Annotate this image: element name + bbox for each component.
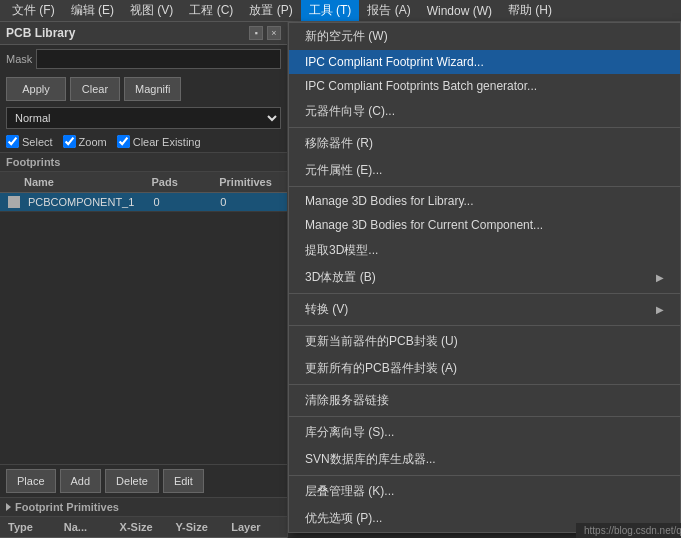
apply-button[interactable]: Apply <box>6 77 66 101</box>
primitives-table-header: Type Na... X-Size Y-Size Layer <box>0 517 287 538</box>
status-text: https://blog.csdn.net/qq_24312945 <box>584 525 681 536</box>
pth-layer: Layer <box>227 519 283 535</box>
table-row[interactable]: PCBCOMPONENT_1 0 0 <box>0 193 287 212</box>
zoom-label: Zoom <box>79 136 107 148</box>
select-label: Select <box>22 136 53 148</box>
place-button[interactable]: Place <box>6 469 56 493</box>
menu-item-label-0: 新的空元件 (W) <box>305 28 388 45</box>
menu-divider-22 <box>289 475 680 476</box>
menu-item-6[interactable]: 元件属性 (E)... <box>289 157 680 184</box>
pth-ysize: Y-Size <box>171 519 227 535</box>
row-name: PCBCOMPONENT_1 <box>24 195 150 209</box>
delete-button[interactable]: Delete <box>105 469 159 493</box>
main-layout: PCB Library ▪ × Mask Apply Clear Magnifi… <box>0 22 681 538</box>
menu-item-label-8: Manage 3D Bodies for Library... <box>305 194 474 208</box>
menu-item-label-24: 优先选项 (P)... <box>305 510 382 527</box>
clear-button[interactable]: Clear <box>70 77 120 101</box>
magnify-button[interactable]: Magnifi <box>124 77 181 101</box>
th-primitives: Primitives <box>215 174 283 190</box>
add-button[interactable]: Add <box>60 469 102 493</box>
footprints-table-body: PCBCOMPONENT_1 0 0 <box>0 193 287 464</box>
menu-item-label-18: 清除服务器链接 <box>305 392 389 409</box>
panel-icons: ▪ × <box>249 26 281 40</box>
menu-divider-19 <box>289 416 680 417</box>
menu-item-label-16: 更新所有的PCB器件封装 (A) <box>305 360 457 377</box>
menu-item-21[interactable]: SVN数据库的库生成器... <box>289 446 680 473</box>
edit-button[interactable]: Edit <box>163 469 204 493</box>
status-bar: https://blog.csdn.net/qq_24312945 <box>576 523 681 538</box>
primitives-label: Footprint Primitives <box>15 501 119 513</box>
select-checkbox[interactable] <box>6 135 19 148</box>
pth-name: Na... <box>60 519 116 535</box>
menu-divider-17 <box>289 384 680 385</box>
menu-item-1[interactable]: IPC Compliant Footprint Wizard... <box>289 50 680 74</box>
menu-item-3[interactable]: 元器件向导 (C)... <box>289 98 680 125</box>
context-menu: 新的空元件 (W)IPC Compliant Footprint Wizard.… <box>288 22 681 533</box>
panel-header: PCB Library ▪ × <box>0 22 287 45</box>
menu-item-label-11: 3D体放置 (B) <box>305 269 376 286</box>
menu-arrow-icon-11: ▶ <box>656 272 664 283</box>
menu-help[interactable]: 帮助 (H) <box>500 0 560 21</box>
th-name: Name <box>20 174 148 190</box>
clear-existing-checkbox-label[interactable]: Clear Existing <box>117 135 201 148</box>
panel-close-icon[interactable]: × <box>267 26 281 40</box>
row-icon-col <box>4 195 24 209</box>
menu-view[interactable]: 视图 (V) <box>122 0 181 21</box>
menu-item-18[interactable]: 清除服务器链接 <box>289 387 680 414</box>
button-row: Apply Clear Magnifi <box>0 73 287 105</box>
menu-project[interactable]: 工程 (C) <box>181 0 241 21</box>
menu-item-11[interactable]: 3D体放置 (B)▶ <box>289 264 680 291</box>
primitives-header: Footprint Primitives <box>0 498 287 517</box>
panel-pin-icon[interactable]: ▪ <box>249 26 263 40</box>
menu-report[interactable]: 报告 (A) <box>359 0 418 21</box>
menu-item-20[interactable]: 库分离向导 (S)... <box>289 419 680 446</box>
search-input[interactable] <box>36 49 281 69</box>
menu-item-10[interactable]: 提取3D模型... <box>289 237 680 264</box>
row-primitives: 0 <box>216 195 283 209</box>
menu-item-label-10: 提取3D模型... <box>305 242 378 259</box>
menu-item-label-13: 转换 (V) <box>305 301 348 318</box>
zoom-checkbox-label[interactable]: Zoom <box>63 135 107 148</box>
menu-item-label-6: 元件属性 (E)... <box>305 162 382 179</box>
zoom-checkbox[interactable] <box>63 135 76 148</box>
search-row: Mask <box>0 45 287 73</box>
th-pads: Pads <box>148 174 216 190</box>
menu-item-5[interactable]: 移除器件 (R) <box>289 130 680 157</box>
menu-arrow-icon-13: ▶ <box>656 304 664 315</box>
menu-divider-12 <box>289 293 680 294</box>
menu-file[interactable]: 文件 (F) <box>4 0 63 21</box>
menu-bar: 文件 (F) 编辑 (E) 视图 (V) 工程 (C) 放置 (P) 工具 (T… <box>0 0 681 22</box>
menu-item-23[interactable]: 层叠管理器 (K)... <box>289 478 680 505</box>
menu-place[interactable]: 放置 (P) <box>241 0 300 21</box>
left-panel: PCB Library ▪ × Mask Apply Clear Magnifi… <box>0 22 288 538</box>
checkbox-row: Select Zoom Clear Existing <box>0 133 287 152</box>
footprints-table-header: Name Pads Primitives <box>0 172 287 193</box>
panel-title: PCB Library <box>6 26 75 40</box>
menu-edit[interactable]: 编辑 (E) <box>63 0 122 21</box>
normal-dropdown[interactable]: Normal Zoom Mask <box>6 107 281 129</box>
menu-item-label-9: Manage 3D Bodies for Current Component..… <box>305 218 543 232</box>
menu-item-9[interactable]: Manage 3D Bodies for Current Component..… <box>289 213 680 237</box>
menu-tools[interactable]: 工具 (T) <box>301 0 360 21</box>
menu-item-8[interactable]: Manage 3D Bodies for Library... <box>289 189 680 213</box>
menu-item-16[interactable]: 更新所有的PCB器件封装 (A) <box>289 355 680 382</box>
menu-divider-4 <box>289 127 680 128</box>
menu-item-0[interactable]: 新的空元件 (W) <box>289 23 680 50</box>
primitives-section: Footprint Primitives Type Na... X-Size Y… <box>0 497 287 538</box>
row-pads: 0 <box>150 195 217 209</box>
pth-type: Type <box>4 519 60 535</box>
menu-item-13[interactable]: 转换 (V)▶ <box>289 296 680 323</box>
clear-existing-checkbox[interactable] <box>117 135 130 148</box>
menu-item-15[interactable]: 更新当前器件的PCB封装 (U) <box>289 328 680 355</box>
menu-item-label-21: SVN数据库的库生成器... <box>305 451 436 468</box>
select-checkbox-label[interactable]: Select <box>6 135 53 148</box>
menu-divider-14 <box>289 325 680 326</box>
menu-item-label-5: 移除器件 (R) <box>305 135 373 152</box>
footprints-section-label: Footprints <box>0 152 287 172</box>
right-panel: 新的空元件 (W)IPC Compliant Footprint Wizard.… <box>288 22 681 538</box>
menu-item-2[interactable]: IPC Compliant Footprints Batch generator… <box>289 74 680 98</box>
menu-item-label-20: 库分离向导 (S)... <box>305 424 394 441</box>
pth-xsize: X-Size <box>116 519 172 535</box>
menu-window[interactable]: Window (W) <box>419 2 500 20</box>
menu-item-label-3: 元器件向导 (C)... <box>305 103 395 120</box>
